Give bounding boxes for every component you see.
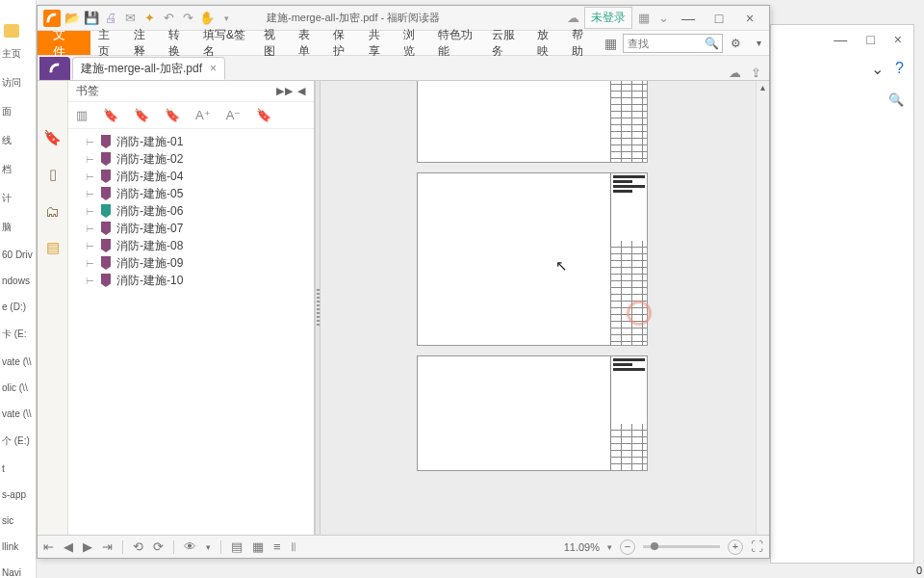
explorer-item[interactable]: vate (\\ (0, 401, 36, 427)
page-thumbnail[interactable] (417, 172, 648, 346)
bg-minimize-button[interactable]: — (834, 32, 847, 47)
menu-item[interactable]: 主页 (90, 31, 125, 55)
bg-maximize-button[interactable]: □ (866, 32, 874, 47)
bm-tool-add-icon[interactable]: 🔖 (103, 108, 118, 122)
cloud-sync-icon[interactable]: ☁ (729, 66, 741, 80)
page-thumbnail[interactable] (417, 355, 648, 471)
rail-pages-icon[interactable]: ▯ (44, 166, 62, 183)
menu-item[interactable]: 云服务 (484, 31, 528, 55)
explorer-item[interactable]: e (D:) (0, 294, 36, 320)
qat-dropdown-icon[interactable]: ▾ (218, 11, 234, 26)
save-icon[interactable]: 💾 (84, 11, 99, 26)
menu-item[interactable]: 帮助 (564, 31, 599, 55)
explorer-item[interactable]: 计 (0, 184, 36, 213)
sb-layout-continuous-icon[interactable]: ▦ (252, 539, 264, 554)
bg-search-icon[interactable]: 🔍 (888, 92, 904, 107)
preview-area[interactable]: ▴ ↖ (321, 81, 769, 535)
explorer-item[interactable]: 个 (E:) (0, 427, 36, 456)
bm-tool-edit-icon[interactable]: 🔖 (134, 108, 149, 122)
explorer-item[interactable]: 访问 (0, 68, 36, 97)
bm-tool-wrap-icon[interactable]: 🔖 (256, 108, 271, 122)
bookmark-item[interactable]: ⊢消防-建施-07 (68, 220, 314, 237)
window-minimize[interactable]: — (675, 11, 702, 26)
menu-item[interactable]: 浏览 (396, 31, 430, 55)
document-tab[interactable]: 建施-merge-all-加密.pdf × (72, 57, 225, 80)
bookmark-item[interactable]: ⊢消防-建施-01 (68, 133, 314, 150)
explorer-item[interactable]: 60 Driv (0, 242, 36, 268)
sb-layout-single-icon[interactable]: ▤ (231, 539, 243, 554)
zoom-fit-icon[interactable]: ⛶ (751, 539, 763, 554)
explorer-item[interactable]: sic (0, 508, 36, 534)
menu-item[interactable]: 填写&签名 (195, 31, 256, 55)
explorer-item[interactable]: 主页 (0, 39, 36, 68)
explorer-item[interactable]: 档 (0, 155, 36, 184)
explorer-item[interactable]: vate (\\ (0, 349, 36, 375)
email-icon[interactable]: ✉ (122, 11, 138, 26)
start-tab[interactable] (39, 57, 70, 80)
settings-dropdown-icon[interactable]: ▾ (749, 38, 769, 48)
explorer-item[interactable]: 线 (0, 126, 36, 155)
bm-tool-expand-icon[interactable]: ▥ (76, 108, 88, 122)
menu-item[interactable]: 注释 (126, 31, 161, 55)
menu-item[interactable]: 共享 (361, 31, 396, 55)
search-box[interactable]: 🔍 (623, 34, 723, 53)
bm-tool-text-smaller-icon[interactable]: A⁻ (226, 108, 242, 122)
bm-tool-text-larger-icon[interactable]: A⁺ (195, 108, 211, 122)
page-thumbnail[interactable] (417, 81, 648, 163)
bookmark-item[interactable]: ⊢消防-建施-02 (68, 150, 314, 168)
bg-help-icon[interactable]: ? (895, 60, 904, 77)
sb-view-mode-icon[interactable]: 👁 (184, 539, 196, 554)
rail-bookmark-icon[interactable]: 🔖 (44, 129, 62, 146)
open-icon[interactable]: 📂 (64, 11, 80, 26)
share-icon[interactable]: ⇪ (751, 66, 761, 80)
window-close[interactable]: × (736, 11, 763, 26)
zoom-dropdown-icon[interactable]: ▾ (607, 542, 612, 552)
sb-next-page-icon[interactable]: ▶ (83, 539, 92, 554)
rail-comments-icon[interactable]: ▤ (44, 239, 62, 256)
scroll-up-icon[interactable]: ▴ (757, 81, 769, 94)
menu-item[interactable]: 保护 (325, 31, 360, 55)
sb-rotate-right-icon[interactable]: ⟳ (153, 539, 164, 554)
menu-item[interactable]: 放映 (529, 31, 564, 55)
bookmark-item[interactable]: ⊢消防-建施-06 (68, 202, 314, 220)
vertical-scrollbar[interactable]: ▴ (756, 81, 769, 535)
file-menu[interactable]: 文件 (38, 31, 90, 55)
settings-icon[interactable]: ⚙ (723, 37, 749, 50)
window-maximize[interactable]: □ (706, 11, 732, 26)
bookmarks-collapse-icon[interactable]: ▶▶ ◀ (276, 85, 306, 97)
grid-icon[interactable]: ▦ (636, 11, 652, 26)
ribbon-toggle-icon[interactable]: ⌄ (655, 11, 671, 26)
zoom-slider[interactable] (643, 545, 720, 548)
zoom-in-button[interactable]: + (728, 539, 743, 555)
hand-icon[interactable]: ✋ (199, 11, 215, 26)
sb-view-dropdown-icon[interactable]: ▾ (206, 542, 211, 552)
explorer-item[interactable]: t (0, 456, 36, 482)
bg-close-button[interactable]: × (894, 32, 902, 47)
bookmark-item[interactable]: ⊢消防-建施-04 (68, 168, 314, 185)
login-status[interactable]: 未登录 (584, 7, 632, 29)
ribbon-expand-icon[interactable]: ▦ (599, 36, 623, 51)
zoom-out-button[interactable]: − (620, 539, 635, 555)
sb-layout-facing-icon[interactable]: ≡ (273, 539, 281, 554)
bg-dropdown-icon[interactable]: ⌄ (871, 60, 884, 78)
sb-layout-cont-facing-icon[interactable]: ⫴ (291, 539, 296, 555)
bookmark-item[interactable]: ⊢消防-建施-10 (68, 272, 314, 289)
menu-item[interactable]: 特色功能 (430, 31, 484, 55)
explorer-item[interactable]: ndows (0, 268, 36, 294)
explorer-item[interactable]: s-app (0, 482, 36, 508)
explorer-item[interactable]: llink (0, 534, 36, 560)
bookmark-item[interactable]: ⊢消防-建施-08 (68, 237, 314, 254)
search-icon[interactable]: 🔍 (701, 37, 722, 50)
menu-item[interactable]: 视图 (256, 31, 291, 55)
search-input[interactable] (624, 38, 701, 49)
explorer-item[interactable]: olic (\\ (0, 375, 36, 401)
menu-item[interactable]: 转换 (161, 31, 195, 55)
sb-rotate-left-icon[interactable]: ⟲ (133, 539, 143, 554)
bookmark-item[interactable]: ⊢消防-建施-05 (68, 185, 314, 202)
sb-first-page-icon[interactable]: ⇤ (43, 539, 54, 554)
new-icon[interactable]: ✦ (141, 11, 157, 26)
explorer-item[interactable]: 卡 (E: (0, 320, 36, 349)
explorer-item[interactable]: Navi (0, 560, 36, 578)
undo-icon[interactable]: ↶ (161, 11, 176, 26)
print-icon[interactable]: 🖨 (103, 11, 118, 26)
